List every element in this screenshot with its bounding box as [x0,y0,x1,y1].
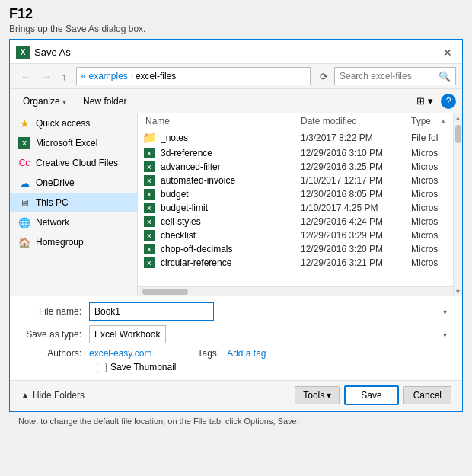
sidebar-item-quick-access[interactable]: ★ Quick access [10,113,137,133]
table-row[interactable]: Xautomated-invoice1/10/2017 12:17 PMMicr… [138,174,453,187]
col-date-header[interactable]: Date modified [301,116,411,126]
tools-button[interactable]: Tools ▾ [295,386,340,404]
file-type: Micros [411,148,453,158]
file-type: Micros [411,230,453,241]
table-row[interactable]: Xadvanced-filter12/29/2016 3:25 PMMicros [138,160,453,174]
breadcrumb-current: excel-files [136,71,176,81]
filename-input[interactable] [89,302,214,321]
search-input[interactable] [340,71,439,81]
search-box: 🔍 [334,67,456,85]
hide-folders-label: Hide Folders [33,390,85,401]
thumbnail-checkbox[interactable] [97,363,107,372]
table-row[interactable]: Xbudget-limit1/10/2017 4:25 PMMicros [138,201,453,215]
file-name: advanced-filter [161,161,301,172]
view-button[interactable]: ⊞ ▾ [412,92,438,110]
sidebar-label-homegroup: Homegroup [36,237,84,248]
scroll-thumb[interactable] [455,125,461,143]
authors-label: Authors: [21,348,89,359]
file-date: 12/29/2016 3:20 PM [301,244,411,254]
sidebar-item-onedrive[interactable]: ☁ OneDrive [10,173,137,193]
thumbnail-label: Save Thumbnail [110,362,177,372]
new-folder-button[interactable]: New folder [76,93,133,110]
tools-label: Tools [303,390,324,401]
table-row[interactable]: Xcell-styles12/29/2016 4:24 PMMicros [138,215,453,228]
table-row[interactable]: X3d-reference12/29/2016 3:10 PMMicros [138,146,453,160]
pc-icon: 🖥 [18,196,31,209]
hide-folders-button[interactable]: ▲ Hide Folders [21,390,85,401]
help-button[interactable]: ? [441,94,456,109]
cancel-button[interactable]: Cancel [403,386,451,404]
file-date: 12/30/2016 8:05 PM [301,189,411,200]
table-row[interactable]: Xchop-off-decimals12/29/2016 3:20 PMMicr… [138,242,453,256]
sidebar-item-homegroup[interactable]: 🏠 Homegroup [10,232,137,252]
file-name: circular-reference [161,257,301,268]
savetype-select[interactable]: Excel Workbook [89,325,166,343]
close-button[interactable]: ✕ [439,44,456,61]
col-name-header[interactable]: Name [138,116,301,126]
scroll-down-arrow[interactable]: ▼ [454,289,461,296]
network-icon: 🌐 [18,216,31,228]
excel-file-icon: X [144,230,155,241]
file-name: cell-styles [161,216,301,227]
sidebar-label-network: Network [36,217,69,228]
authors-value[interactable]: excel-easy.com [89,348,151,359]
savetype-dropdown-arrow: ▾ [443,331,447,339]
table-row[interactable]: 📁_notes1/3/2017 8:22 PMFile fol [138,129,453,146]
save-button[interactable]: Save [344,385,398,405]
sidebar-item-microsoft-excel[interactable]: X Microsoft Excel [10,133,137,153]
excel-file-icon: X [144,244,155,254]
sidebar-item-creative-cloud[interactable]: Cc Creative Cloud Files [10,153,137,173]
onedrive-icon: ☁ [18,177,31,189]
filename-input-wrapper: ▾ [89,302,451,321]
file-type: File fol [411,133,453,143]
table-row[interactable]: Xcircular-reference12/29/2016 3:21 PMMic… [138,256,453,270]
meta-row: Authors: excel-easy.com Tags: Add a tag [21,348,451,359]
excel-file-icon: X [144,148,155,158]
excel-file-icon: X [144,216,155,227]
filename-row: File name: ▾ [21,302,451,321]
vertical-scrollbar[interactable]: ▲ ▼ [453,113,462,296]
tags-value[interactable]: Add a tag [227,348,266,359]
file-name: checklist [161,230,301,241]
file-name: automated-invoice [161,175,301,186]
sidebar-label-creative-cloud: Creative Cloud Files [36,158,118,168]
savetype-row: Save as type: Excel Workbook ▾ [21,325,451,343]
left-navigation: ★ Quick access X Microsoft Excel Cc Crea… [10,113,138,296]
file-type: Micros [411,189,453,200]
scroll-up-arrow[interactable]: ▲ [454,115,461,122]
file-date: 1/10/2017 12:17 PM [301,175,411,186]
filename-dropdown-arrow: ▾ [443,308,447,316]
file-date: 12/29/2016 3:21 PM [301,257,411,268]
organize-label: Organize [23,96,60,107]
file-name: chop-off-decimals [161,244,301,254]
refresh-button[interactable]: ⟳ [315,69,333,85]
sidebar-item-network[interactable]: 🌐 Network [10,212,137,232]
excel-nav-icon: X [18,137,31,149]
search-icon: 🔍 [439,71,451,82]
file-type: Micros [411,203,453,213]
table-row[interactable]: Xbudget12/30/2016 8:05 PMMicros [138,187,453,201]
sidebar-item-this-pc[interactable]: 🖥 This PC [10,193,137,212]
organize-arrow: ▾ [62,97,66,106]
horizontal-scrollbar[interactable] [138,286,453,296]
forward-button[interactable]: → [37,69,56,85]
sidebar-label-microsoft-excel: Microsoft Excel [36,138,97,149]
organize-button[interactable]: Organize ▾ [16,93,73,110]
dialog-title: Save As [34,46,439,58]
view-arrow: ▾ [428,95,433,107]
up-button[interactable]: ↑ [57,69,72,85]
filename-label: File name: [21,306,89,317]
table-row[interactable]: Xchecklist12/29/2016 3:29 PMMicros [138,228,453,242]
hscroll-thumb[interactable] [142,289,188,295]
breadcrumb-root[interactable]: « examples [81,71,128,81]
back-button[interactable]: ← [16,69,35,85]
organize-toolbar: Organize ▾ New folder ⊞ ▾ ? [10,89,462,113]
file-date: 12/29/2016 3:25 PM [301,161,411,172]
creative-cloud-icon: Cc [18,157,31,169]
file-type: Micros [411,244,453,254]
file-name: _notes [161,133,301,143]
file-date: 12/29/2016 4:24 PM [301,216,411,227]
sidebar-label-this-pc: This PC [36,197,69,208]
navigation-toolbar: ← → ↑ « examples › excel-files ⟳ 🔍 [10,64,462,89]
star-icon: ★ [18,117,31,129]
